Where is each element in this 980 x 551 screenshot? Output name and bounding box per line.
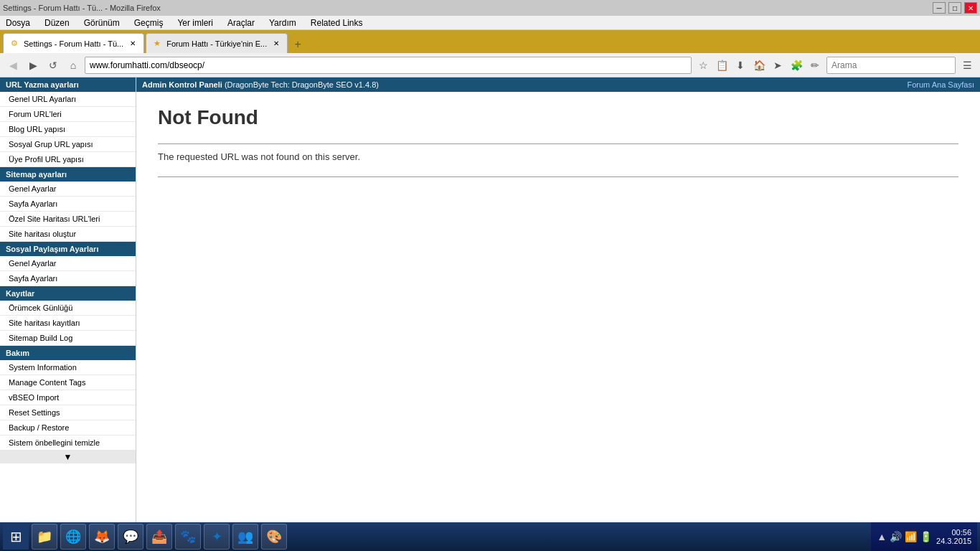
tab-settings[interactable]: ⚙ Settings - Forum Hattı - Tü... ✕ — [3, 33, 144, 53]
taskbar-app-chrome[interactable]: 🌐 — [60, 524, 86, 550]
maximize-button[interactable]: □ — [948, 2, 961, 14]
wifi-icon: 📶 — [905, 531, 917, 542]
taskbar: ⊞ 📁 🌐 🦊 💬 📤 🐾 ✦ — [0, 522, 980, 551]
reload-button[interactable]: ↺ — [44, 57, 62, 74]
explorer-icon: 📁 — [37, 529, 52, 545]
taskbar-app-app2[interactable]: 👥 — [232, 524, 258, 550]
sidebar-item-sistem-onbellegini-temizle[interactable]: Sistem önbellegini temizle — [0, 435, 136, 451]
opera-icon: 🐾 — [180, 529, 196, 545]
sidebar-section-bakim[interactable]: Bakım — [0, 346, 136, 360]
new-tab-button[interactable]: + — [289, 36, 306, 53]
menu-gecmis[interactable]: Geçmiş — [131, 17, 166, 29]
menu-related-links[interactable]: Related Links — [308, 17, 366, 29]
tab-close-forum[interactable]: ✕ — [271, 39, 281, 49]
sidebar-item-uye-profil-url[interactable]: Üye Profil URL yapısı — [0, 152, 136, 167]
sound-icon: 🔊 — [890, 531, 902, 542]
start-button[interactable]: ⊞ — [3, 524, 29, 550]
download-button[interactable]: ⬇ — [732, 57, 749, 74]
paint-icon: 🎨 — [266, 529, 282, 545]
tab-close-settings[interactable]: ✕ — [128, 39, 138, 49]
taskbar-clock: 00:56 24.3.2015 — [936, 528, 971, 545]
content-divider-2 — [158, 176, 958, 177]
sidebar-item-genel-url[interactable]: Genel URL Ayarları — [0, 92, 136, 107]
firefox-icon: 🦊 — [94, 529, 110, 545]
sidebar: URL Yazma ayarları Genel URL Ayarları Fo… — [0, 77, 136, 522]
sidebar-section-kayitlar[interactable]: Kayıtlar — [0, 286, 136, 301]
not-found-title: Not Found — [158, 106, 958, 129]
bookmark-button[interactable]: ☆ — [694, 57, 712, 74]
address-input[interactable] — [85, 57, 692, 74]
menu-bar: Dosya Düzen Görünüm Geçmiş Yer imleri Ar… — [0, 16, 980, 30]
taskbar-app-explorer[interactable]: 📁 — [32, 524, 57, 550]
sidebar-item-sitemap-genel[interactable]: Genel Ayarlar — [0, 182, 136, 197]
teamviewer-icon: ✦ — [212, 529, 222, 545]
content-body: Not Found The requested URL was not foun… — [136, 92, 980, 199]
menu-dosya[interactable]: Dosya — [3, 17, 33, 29]
sidebar-item-forum-url[interactable]: Forum URL'leri — [0, 107, 136, 122]
sidebar-item-manage-content-tags[interactable]: Manage Content Tags — [0, 375, 136, 390]
skype-icon: 💬 — [123, 529, 138, 545]
menu-yerimleri[interactable]: Yer imleri — [174, 17, 216, 29]
admin-header: Admin Kontrol Paneli (DragonByte Tech: D… — [136, 77, 980, 92]
minimize-button[interactable]: ─ — [933, 2, 946, 14]
clock-time: 00:56 — [936, 528, 971, 537]
not-found-message: The requested URL was not found on this … — [158, 151, 958, 162]
chrome-icon: 🌐 — [65, 529, 81, 545]
windows-icon: ⊞ — [10, 528, 22, 545]
sidebar-item-ozel-site-haritasi[interactable]: Özel Site Haritası URL'leri — [0, 212, 136, 227]
tab-forum[interactable]: ★ Forum Hattı - Türkiye'nin E... ✕ — [146, 33, 288, 53]
sidebar-item-site-haritasi-olustur[interactable]: Site haritası oluştur — [0, 227, 136, 242]
network-icon: ▲ — [877, 531, 887, 542]
forward-button[interactable]: ▶ — [24, 57, 42, 74]
tab-favicon-forum: ★ — [152, 39, 162, 49]
tab-bar: ⚙ Settings - Forum Hattı - Tü... ✕ ★ For… — [0, 30, 980, 53]
sidebar-item-sitemap-sayfa[interactable]: Sayfa Ayarları — [0, 197, 136, 212]
content-area: Admin Kontrol Paneli (DragonByte Tech: D… — [136, 77, 980, 522]
back-button[interactable]: ◀ — [4, 57, 22, 74]
sidebar-item-site-haritasi-kayitlari[interactable]: Site haritası kayıtları — [0, 316, 136, 331]
taskbar-app-skype[interactable]: 💬 — [118, 524, 143, 550]
menu-gorunum[interactable]: Görünüm — [81, 17, 123, 29]
app2-icon: 👥 — [237, 529, 253, 545]
sidebar-item-reset-settings[interactable]: Reset Settings — [0, 405, 136, 420]
search-input[interactable] — [826, 57, 956, 74]
sidebar-scroll-down[interactable]: ▼ — [0, 451, 136, 463]
share-button[interactable]: ➤ — [769, 57, 786, 74]
sidebar-item-sosyal-grup-url[interactable]: Sosyal Grup URL yapısı — [0, 137, 136, 152]
taskbar-app-paint[interactable]: 🎨 — [261, 524, 287, 550]
filezilla-icon: 📤 — [151, 529, 167, 545]
taskbar-app-opera[interactable]: 🐾 — [175, 524, 201, 550]
sidebar-item-orumcek-gunlugu[interactable]: Örümcek Günlüğü — [0, 301, 136, 316]
taskbar-sys-icons: ▲ 🔊 📶 🔋 — [877, 531, 932, 542]
sidebar-section-sosyal[interactable]: Sosyal Paylaşım Ayarları — [0, 242, 136, 256]
homebar-button[interactable]: 🏠 — [750, 57, 768, 74]
content-divider — [158, 143, 958, 144]
sidebar-section-url-yazma[interactable]: URL Yazma ayarları — [0, 77, 136, 92]
sidebar-item-vbseo-import[interactable]: vBSEO Import — [0, 390, 136, 405]
sidebar-item-sosyal-genel[interactable]: Genel Ayarlar — [0, 256, 136, 271]
menu-duzen[interactable]: Düzen — [42, 17, 72, 29]
home-button[interactable]: ⌂ — [65, 57, 82, 74]
menu-yardim[interactable]: Yardım — [266, 17, 299, 29]
tab-label-forum: Forum Hattı - Türkiye'nin E... — [166, 39, 267, 48]
sidebar-item-blog-url[interactable]: Blog URL yapısı — [0, 122, 136, 137]
sidebar-item-sitemap-build-log[interactable]: Sitemap Build Log — [0, 331, 136, 346]
sidebar-item-system-information[interactable]: System Information — [0, 360, 136, 375]
clock-date: 24.3.2015 — [936, 537, 971, 545]
bookmark-manage-button[interactable]: 📋 — [713, 57, 730, 74]
sidebar-section-sitemap[interactable]: Sitemap ayarları — [0, 167, 136, 182]
tab-label-settings: Settings - Forum Hattı - Tü... — [24, 39, 123, 48]
admin-panel-title: Admin Kontrol Paneli (DragonByte Tech: D… — [142, 80, 379, 89]
taskbar-app-teamviewer[interactable]: ✦ — [204, 524, 230, 550]
edit-button[interactable]: ✏ — [806, 57, 824, 74]
taskbar-app-firefox[interactable]: 🦊 — [89, 524, 115, 550]
sidebar-item-backup-restore[interactable]: Backup / Restore — [0, 420, 136, 435]
menu-araclar[interactable]: Araçlar — [225, 17, 258, 29]
taskbar-app-filezilla[interactable]: 📤 — [146, 524, 172, 550]
close-button[interactable]: ✕ — [964, 2, 977, 14]
addon-button[interactable]: 🧩 — [788, 57, 805, 74]
menu-button[interactable]: ☰ — [958, 57, 976, 74]
forum-home-link[interactable]: Forum Ana Sayfası — [907, 80, 974, 89]
window-title: Settings - Forum Hattı - Tü... - Mozilla… — [3, 4, 161, 12]
sidebar-item-sosyal-sayfa[interactable]: Sayfa Ayarları — [0, 271, 136, 286]
